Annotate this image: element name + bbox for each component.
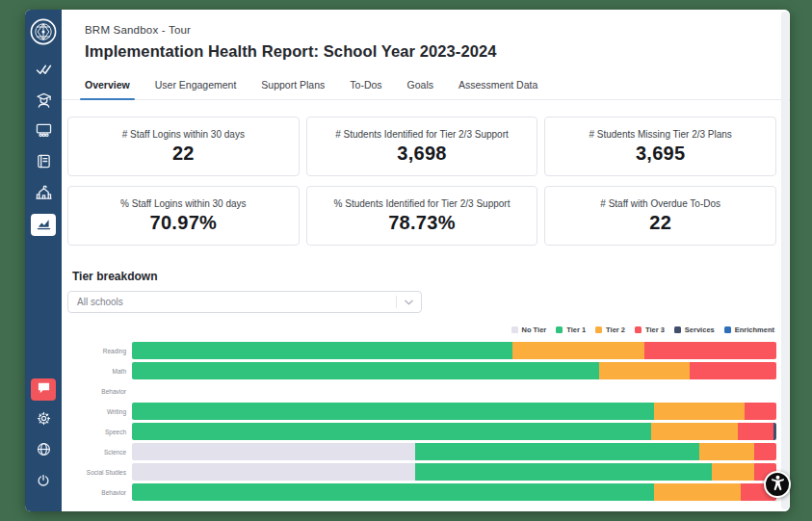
accessibility-button[interactable] bbox=[764, 471, 791, 498]
bar-segment bbox=[132, 463, 415, 481]
chart-row: Science bbox=[67, 443, 776, 460]
chat-button[interactable] bbox=[31, 378, 56, 401]
chart-row: Speech bbox=[67, 423, 776, 440]
school-filter-select[interactable]: All schools bbox=[67, 291, 422, 313]
bar-segment bbox=[132, 342, 512, 359]
sidebar-item-reports[interactable] bbox=[31, 214, 56, 236]
page-header: BRM Sandbox - Tour Implementation Health… bbox=[62, 10, 790, 61]
legend-item[interactable]: Tier 3 bbox=[635, 326, 665, 334]
analytics-chart-icon bbox=[37, 217, 51, 234]
sidebar-item-tasks[interactable] bbox=[31, 60, 56, 82]
bar-segment bbox=[651, 423, 738, 440]
metric-card-students-identified-count: # Students Identified for Tier 2/3 Suppo… bbox=[306, 117, 538, 176]
sidebar-item-schools[interactable] bbox=[31, 183, 56, 205]
bar-segment bbox=[712, 463, 753, 481]
legend-item[interactable]: Enrichment bbox=[724, 326, 774, 334]
globe-icon bbox=[37, 442, 51, 460]
tab-to-dos[interactable]: To-Dos bbox=[350, 74, 381, 99]
sidebar-item-students[interactable] bbox=[31, 91, 56, 113]
school-building-icon bbox=[36, 185, 52, 203]
legend-label: Services bbox=[685, 326, 715, 334]
main-content: BRM Sandbox - Tour Implementation Health… bbox=[62, 10, 790, 511]
metric-value: 22 bbox=[172, 143, 195, 165]
language-button[interactable] bbox=[31, 440, 56, 462]
logout-button[interactable] bbox=[31, 471, 56, 493]
double-check-icon bbox=[36, 63, 52, 80]
chart-row: Math bbox=[67, 362, 776, 379]
chart-row: Writing bbox=[67, 403, 776, 420]
tab-overview[interactable]: Overview bbox=[85, 74, 130, 99]
bar-segment bbox=[690, 362, 776, 379]
bar-segment bbox=[415, 443, 698, 460]
chart-row-label: Reading bbox=[67, 348, 132, 354]
sidebar-item-classes[interactable] bbox=[31, 121, 56, 143]
bar-segment bbox=[699, 443, 754, 460]
metric-value: 70.97% bbox=[150, 212, 218, 234]
metric-label: # Staff with Overdue To-Dos bbox=[600, 198, 720, 209]
app-window: BRM Sandbox - Tour Implementation Health… bbox=[25, 10, 790, 511]
sidebar bbox=[25, 10, 62, 511]
book-icon bbox=[37, 154, 51, 172]
bar-segment bbox=[132, 443, 415, 460]
settings-button[interactable] bbox=[31, 409, 56, 431]
bar-segment bbox=[654, 483, 741, 501]
chart-row: Behavior bbox=[67, 483, 776, 501]
tab-user-engagement[interactable]: User Engagement bbox=[155, 74, 237, 99]
legend-swatch bbox=[595, 326, 602, 333]
bar-segment bbox=[415, 463, 712, 481]
chart-row-track bbox=[132, 423, 776, 440]
metric-card-students-missing-plans: # Students Missing Tier 2/3 Plans 3,695 bbox=[544, 117, 776, 176]
legend-label: Tier 1 bbox=[566, 326, 586, 334]
legend-item[interactable]: No Tier bbox=[511, 326, 547, 334]
legend-item[interactable]: Services bbox=[674, 326, 715, 334]
bar-segment bbox=[132, 362, 599, 379]
bar-segment bbox=[754, 443, 776, 460]
metric-value: 78.73% bbox=[388, 212, 456, 234]
bar-segment bbox=[132, 423, 651, 440]
chart-legend: No TierTier 1Tier 2Tier 3ServicesEnrichm… bbox=[67, 326, 776, 334]
school-filter-value: All schools bbox=[77, 297, 123, 307]
metric-card-students-identified-pct: % Students Identified for Tier 2/3 Suppo… bbox=[306, 186, 538, 246]
chart-row-label: Science bbox=[67, 449, 132, 456]
chart-row-track bbox=[132, 362, 776, 379]
metrics-grid: # Staff Logins within 30 days 22 # Stude… bbox=[67, 117, 776, 246]
bar-segment bbox=[745, 403, 776, 420]
legend-label: Enrichment bbox=[735, 326, 774, 334]
chart-row: Behavior bbox=[67, 382, 776, 400]
legend-swatch bbox=[556, 326, 563, 333]
metric-label: # Students Identified for Tier 2/3 Suppo… bbox=[335, 129, 509, 140]
chart-row: Social Studies bbox=[67, 463, 776, 481]
metric-label: # Staff Logins within 30 days bbox=[122, 129, 245, 140]
legend-label: Tier 2 bbox=[606, 326, 625, 334]
metric-value: 3,695 bbox=[636, 143, 686, 165]
metric-label: % Staff Logins within 30 days bbox=[120, 198, 246, 209]
chart-row-label: Speech bbox=[67, 429, 132, 435]
power-icon bbox=[37, 474, 50, 491]
tab-support-plans[interactable]: Support Plans bbox=[261, 74, 325, 99]
tab-bar: Overview User Engagement Support Plans T… bbox=[62, 74, 790, 100]
student-icon bbox=[36, 92, 52, 112]
chart-row-label: Behavior bbox=[67, 388, 132, 395]
sidebar-item-library[interactable] bbox=[31, 152, 56, 174]
metric-card-staff-logins-pct: % Staff Logins within 30 days 70.97% bbox=[67, 186, 300, 246]
page-title: Implementation Health Report: School Yea… bbox=[85, 42, 765, 61]
legend-swatch bbox=[724, 326, 731, 333]
metric-value: 3,698 bbox=[397, 143, 447, 165]
classroom-group-icon bbox=[36, 123, 52, 142]
tab-assessment-data[interactable]: Assessment Data bbox=[458, 74, 537, 99]
chart-row-label: Social Studies bbox=[67, 469, 132, 476]
bar-segment bbox=[654, 403, 745, 420]
scrollbar[interactable] bbox=[781, 12, 789, 509]
chart-row-label: Writing bbox=[67, 408, 132, 415]
legend-item[interactable]: Tier 2 bbox=[595, 326, 625, 334]
legend-swatch bbox=[635, 326, 642, 333]
metric-value: 22 bbox=[649, 212, 671, 234]
legend-item[interactable]: Tier 1 bbox=[556, 326, 586, 334]
chart-row-track bbox=[132, 403, 776, 420]
app-title: BRM Sandbox - Tour bbox=[85, 24, 765, 36]
chart-row-track bbox=[132, 443, 776, 460]
legend-label: No Tier bbox=[522, 326, 547, 334]
bar-segment bbox=[132, 403, 654, 420]
tab-goals[interactable]: Goals bbox=[407, 74, 433, 99]
chart-row-track bbox=[132, 463, 776, 481]
